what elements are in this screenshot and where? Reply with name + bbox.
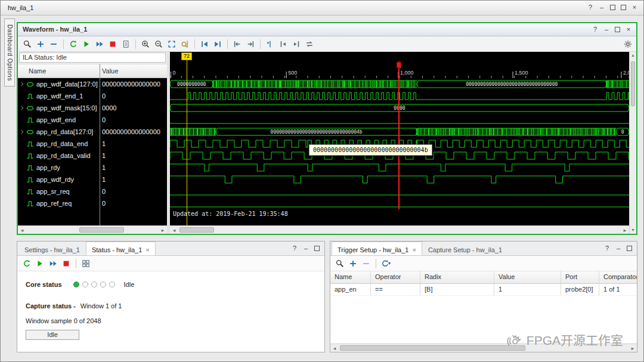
minimize-button[interactable]: – (603, 26, 609, 33)
go-to-end-button[interactable] (212, 38, 224, 50)
tab-close-icon[interactable]: × (412, 247, 416, 253)
signal-row[interactable]: app_rdy1 (18, 162, 167, 174)
float-button[interactable] (615, 27, 620, 32)
scroll-right-icon[interactable] (628, 344, 637, 352)
window-titlebar[interactable]: hw_ila_1 ?–× (1, 1, 643, 16)
minimize-button[interactable]: – (615, 245, 621, 252)
swap-markers-button[interactable] (304, 38, 315, 50)
signal-row[interactable]: app_wdf_data[127:0]0000000000000000 (18, 78, 167, 90)
column-header-value[interactable]: Value (494, 271, 561, 283)
add-probe-button[interactable] (347, 258, 359, 270)
signal-row[interactable]: app_ref_req0 (18, 197, 167, 209)
signal-row[interactable]: app_rd_data[127:0]0000000000000000 (18, 126, 167, 138)
scroll-track[interactable] (26, 226, 159, 234)
signal-row[interactable]: app_rd_data_end1 (18, 138, 167, 150)
waveform-header[interactable]: Waveform - hw_ila_1 ?–× (18, 23, 636, 36)
help-button[interactable]: ? (292, 245, 298, 252)
trigger-marker-icon[interactable] (397, 62, 401, 68)
scroll-thumb[interactable] (79, 227, 124, 233)
dashboard-options-tab[interactable]: Dashboard Options (4, 18, 15, 86)
dashboard-options-button[interactable] (80, 258, 92, 270)
zoom-in-button[interactable] (140, 38, 151, 50)
help-button[interactable]: ? (604, 245, 610, 252)
column-header-comparator-u[interactable]: Comparator U (599, 271, 637, 283)
expand-icon[interactable] (20, 129, 26, 134)
scroll-right-icon[interactable] (159, 226, 167, 234)
find-button[interactable] (21, 38, 33, 50)
signal-row[interactable]: app_wdf_rdy1 (18, 174, 167, 185)
add-marker-button[interactable] (264, 38, 276, 50)
help-button[interactable]: ? (587, 4, 593, 11)
export-ila-data-button[interactable] (120, 38, 132, 50)
column-header-name[interactable]: Name (330, 271, 371, 283)
remove-probe-button[interactable] (360, 258, 372, 270)
scroll-thumb[interactable] (340, 345, 525, 351)
tab-status-hw-ila-1[interactable]: Status - hw_ila_1× (86, 242, 156, 255)
waveform-settings-button[interactable] (622, 38, 634, 50)
waveform-vscrollbar[interactable] (629, 52, 636, 234)
stop-trigger-button[interactable] (60, 258, 72, 270)
zoom-to-cursor-button[interactable] (179, 38, 191, 50)
scroll-left-icon[interactable] (330, 344, 339, 352)
scroll-thumb[interactable] (631, 61, 635, 106)
next-transition-button[interactable] (244, 38, 256, 50)
expand-icon[interactable] (20, 82, 26, 86)
tab-settings-hw-ila-1[interactable]: Settings - hw_ila_1 (18, 242, 86, 255)
refresh-status-button[interactable] (21, 258, 33, 270)
trigger-row[interactable]: app_en==[B]1probe2[0]1 of 1 (330, 284, 637, 296)
scroll-left-icon[interactable] (18, 226, 26, 234)
signal-row[interactable]: app_rd_data_valid1 (18, 150, 167, 162)
scroll-track[interactable] (178, 226, 621, 234)
tab-trigger-setup-hw-ila-1[interactable]: Trigger Setup - hw_ila_1× (332, 242, 422, 255)
cursor-line[interactable] (187, 53, 187, 225)
remove-probes-button[interactable] (48, 38, 60, 50)
minimize-button[interactable]: – (303, 245, 309, 252)
expand-icon[interactable] (20, 106, 26, 110)
go-to-start-button[interactable] (199, 38, 210, 50)
next-marker-button[interactable] (290, 38, 302, 50)
scroll-up-icon[interactable] (630, 52, 636, 59)
close-button[interactable]: × (626, 26, 631, 33)
refresh-auto-button[interactable]: ▾ (380, 258, 392, 270)
column-splitter[interactable] (100, 64, 100, 225)
scroll-thumb[interactable] (179, 227, 214, 233)
signal-row[interactable]: app_wdf_end_10 (18, 90, 167, 102)
signal-row[interactable]: app_sr_req0 (18, 185, 167, 197)
tab-close-icon[interactable]: × (145, 247, 149, 253)
signal-row[interactable]: app_wdf_end0 (18, 114, 167, 126)
value-column-header[interactable]: Value (102, 67, 118, 75)
close-button[interactable]: × (631, 4, 637, 11)
previous-marker-button[interactable] (277, 38, 289, 50)
column-header-operator[interactable]: Operator (371, 271, 420, 283)
signal-row[interactable]: app_wdf_mask[15:0]0000 (18, 102, 167, 114)
column-header-radix[interactable]: Radix (420, 271, 494, 283)
restore-button[interactable] (610, 5, 615, 10)
previous-transition-button[interactable] (231, 38, 243, 50)
scroll-right-icon[interactable] (621, 226, 629, 234)
waveform-hscrollbar[interactable] (170, 225, 629, 234)
help-button[interactable]: ? (592, 26, 598, 33)
tab-capture-setup-hw-ila-1[interactable]: Capture Setup - hw_ila_1 (422, 242, 508, 255)
dropdown-arrow-icon[interactable]: ▾ (388, 261, 391, 266)
find-button[interactable] (334, 258, 346, 270)
minimize-button[interactable]: – (599, 4, 605, 11)
auto-re-trigger-button[interactable] (47, 258, 59, 270)
scroll-left-icon[interactable] (170, 226, 178, 234)
scroll-down-icon[interactable] (630, 227, 636, 234)
waveform-canvas[interactable]: 05001,0001,5002,000 00000000000000000000… (170, 52, 629, 234)
run-trigger-button[interactable] (67, 38, 79, 50)
name-column-header[interactable]: Name (29, 67, 46, 75)
auto-re-trigger-button[interactable] (94, 38, 106, 50)
cursor-position-label[interactable]: 72 (181, 52, 192, 60)
column-header-port[interactable]: Port (561, 271, 599, 283)
stop-trigger-button[interactable] (107, 38, 119, 50)
run-trigger-immediate-button[interactable] (80, 38, 92, 50)
signal-pane-hscrollbar[interactable] (18, 225, 167, 234)
zoom-fit-button[interactable] (166, 38, 178, 50)
float-button[interactable] (621, 5, 626, 10)
add-probes-button[interactable] (35, 38, 47, 50)
zoom-out-button[interactable] (153, 38, 165, 50)
run-trigger-button[interactable] (34, 258, 46, 270)
maximize-button[interactable] (314, 246, 320, 251)
maximize-button[interactable] (627, 246, 632, 251)
